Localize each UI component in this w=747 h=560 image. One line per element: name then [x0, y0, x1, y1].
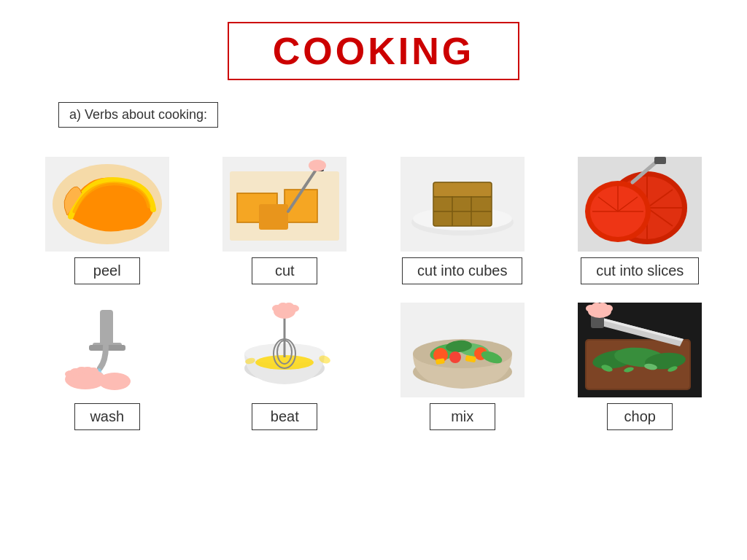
- svg-point-80: [604, 305, 613, 312]
- beat-label: beat: [252, 403, 317, 430]
- wash-image: [45, 303, 169, 397]
- list-item: chop: [562, 303, 719, 430]
- list-item: wash: [29, 303, 185, 430]
- chop-image: [578, 303, 702, 397]
- svg-point-39: [88, 368, 98, 375]
- list-item: beat: [207, 303, 363, 430]
- mix-image: [400, 303, 525, 397]
- svg-rect-6: [259, 204, 288, 230]
- cut-into-slices-label: cut into slices: [581, 257, 699, 284]
- cut-image: [222, 157, 347, 252]
- items-grid-row1: peel: [15, 157, 732, 284]
- list-item: peel: [29, 157, 185, 284]
- title-container: COOKING: [15, 22, 732, 80]
- list-item: cut into slices: [562, 157, 719, 284]
- peel-label: peel: [74, 257, 140, 284]
- svg-point-60: [449, 351, 461, 363]
- list-item: mix: [384, 303, 541, 430]
- list-item: cut into cubes: [384, 157, 541, 284]
- subtitle-box: a) Verbs about cooking:: [58, 102, 218, 128]
- beat-image: [222, 303, 347, 397]
- title-box: COOKING: [228, 22, 519, 80]
- chop-label: chop: [607, 403, 673, 430]
- cut-into-cubes-image: [400, 157, 525, 252]
- svg-rect-25: [654, 157, 666, 164]
- cut-into-slices-image: [578, 157, 702, 252]
- mix-label: mix: [430, 403, 495, 430]
- items-grid-row2: wash: [15, 303, 732, 430]
- cut-into-cubes-label: cut into cubes: [402, 257, 522, 284]
- wash-label: wash: [74, 403, 140, 430]
- svg-rect-27: [100, 310, 113, 346]
- svg-point-51: [289, 305, 299, 312]
- svg-point-9: [309, 160, 326, 171]
- page: COOKING a) Verbs about cooking: p: [0, 0, 747, 560]
- peel-image: [45, 157, 169, 252]
- svg-rect-18: [434, 183, 491, 196]
- subtitle-text: a) Verbs about cooking:: [69, 107, 207, 122]
- list-item: cut: [207, 157, 363, 284]
- page-title: COOKING: [273, 30, 474, 72]
- svg-point-34: [98, 373, 131, 390]
- cut-label: cut: [252, 257, 317, 284]
